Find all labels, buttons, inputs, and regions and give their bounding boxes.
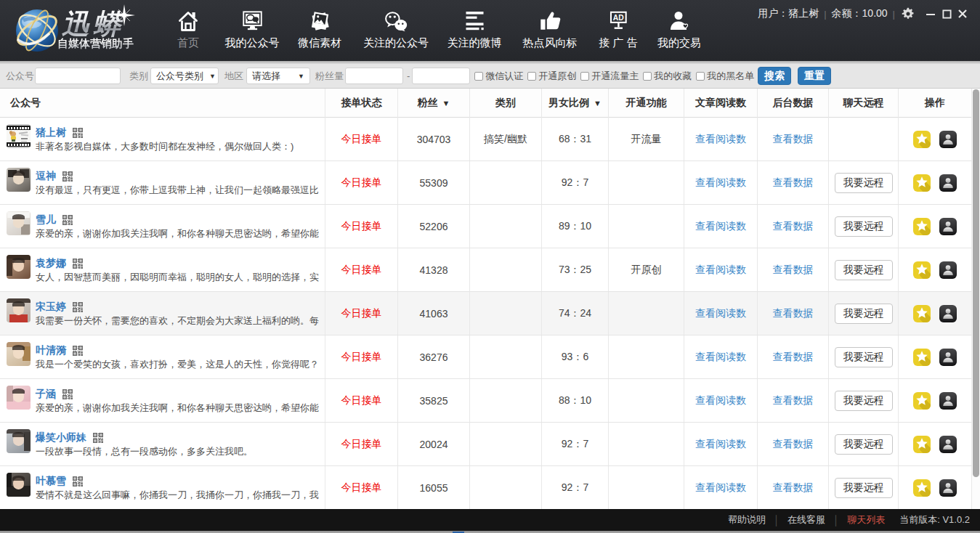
minimize-button[interactable] <box>923 7 939 21</box>
favorite-star-button[interactable] <box>913 479 931 497</box>
view-data-link[interactable]: 查看数据 <box>773 264 814 277</box>
account-name[interactable]: 雪儿 <box>36 213 56 227</box>
favorite-star-button[interactable] <box>913 218 931 235</box>
table-row[interactable]: 子涵 亲爱的亲，谢谢你加我关注我啊，和你各种聊天思密达哟，希望你能 今日接单 3… <box>0 379 972 423</box>
nav-item-home[interactable]: 首页 <box>177 0 200 50</box>
table-row[interactable]: 雪儿 亲爱的亲，谢谢你加我关注我啊，和你各种聊天思密达哟，希望你能 今日接单 5… <box>0 205 972 248</box>
account-name[interactable]: 叶清漪 <box>36 344 66 357</box>
checkbox-wechat-verified[interactable]: 微信认证 <box>474 70 523 83</box>
close-button[interactable] <box>955 7 971 21</box>
fans-min-input[interactable] <box>345 68 403 84</box>
checkbox-my-favorites[interactable]: 我的收藏 <box>643 70 692 83</box>
table-row[interactable]: 爆笑小师妹 一段故事一段情，总有一段感动你，多多关注我吧。 今日接单 20024… <box>0 423 972 466</box>
remote-chat-button[interactable]: 我要远程 <box>835 304 893 324</box>
settings-gear-icon[interactable] <box>900 7 916 21</box>
region-select[interactable]: 请选择▼ <box>246 68 310 84</box>
remote-chat-button[interactable]: 我要远程 <box>835 391 893 411</box>
maximize-button[interactable] <box>939 7 955 21</box>
nav-item-followed-weibo[interactable]: 关注的微博 <box>448 0 502 50</box>
contact-person-button[interactable] <box>939 392 957 410</box>
column-header-fans[interactable]: 粉丝▼ <box>397 89 469 118</box>
checkbox-original-enabled[interactable]: 开通原创 <box>527 70 576 83</box>
account-filter-input[interactable] <box>35 68 121 84</box>
nav-item-wechat-material[interactable]: 微信素材 <box>298 0 341 50</box>
contact-person-button[interactable] <box>939 479 957 497</box>
view-reads-link[interactable]: 查看阅读数 <box>695 481 746 495</box>
view-data-link[interactable]: 查看数据 <box>773 438 814 451</box>
checkbox-traffic-enabled[interactable]: 开通流量主 <box>580 70 639 83</box>
favorite-star-button[interactable] <box>913 349 931 366</box>
view-reads-link[interactable]: 查看阅读数 <box>695 351 746 364</box>
remote-cell: 我要远程 <box>828 423 898 465</box>
account-name[interactable]: 叶慕雪 <box>36 475 66 488</box>
account-name[interactable]: 袁梦娜 <box>36 257 66 270</box>
view-data-link[interactable]: 查看数据 <box>773 176 814 190</box>
view-reads-link[interactable]: 查看阅读数 <box>695 394 746 407</box>
account-name[interactable]: 子涵 <box>36 388 56 401</box>
view-reads-link[interactable]: 查看阅读数 <box>695 264 746 277</box>
contact-person-button[interactable] <box>939 349 957 366</box>
table-row[interactable]: 袁梦娜 女人，因智慧而美丽，因聪明而幸福，聪明的女人，聪明的选择，实 今日接单 … <box>0 248 972 292</box>
fans-filter-label: 粉丝量 <box>315 70 344 83</box>
nav-item-my-trades[interactable]: 我的交易 <box>657 0 701 50</box>
favorite-star-button[interactable] <box>913 131 931 148</box>
account-name[interactable]: 爆笑小师妹 <box>36 431 86 444</box>
view-data-link[interactable]: 查看数据 <box>773 220 814 233</box>
contact-person-button[interactable] <box>939 174 957 192</box>
contact-person-button[interactable] <box>939 131 957 148</box>
view-data-link[interactable]: 查看数据 <box>773 394 814 407</box>
remote-chat-button[interactable]: 我要远程 <box>835 347 893 367</box>
contact-person-button[interactable] <box>939 305 957 322</box>
chat-list-link[interactable]: 聊天列表 <box>847 513 885 526</box>
table-row[interactable]: 叶清漪 我是一个爱笑的女孩，喜欢打扮，爱美，这是人的天性，你觉得呢？ 今日接单 … <box>0 335 972 379</box>
favorite-star-button[interactable] <box>913 261 931 279</box>
table-row[interactable]: 猪上树 非著名影视自媒体，大多数时间都在发神经，偶尔做回人类：) 今日接单 30… <box>0 118 972 161</box>
favorite-star-button[interactable] <box>913 174 931 192</box>
category-select[interactable]: 公众号类别▼ <box>150 68 219 84</box>
account-name[interactable]: 猪上树 <box>36 126 66 139</box>
favorite-star-button[interactable] <box>913 305 931 322</box>
search-button[interactable]: 搜索 <box>758 67 791 85</box>
nav-item-hot-trends[interactable]: 热点风向标 <box>523 0 578 50</box>
remote-chat-button[interactable]: 我要远程 <box>835 478 893 498</box>
contact-person-button[interactable] <box>939 436 957 453</box>
checkbox-box[interactable] <box>643 72 652 81</box>
contact-person-button[interactable] <box>939 261 957 279</box>
account-name[interactable]: 宋玉婷 <box>36 301 66 314</box>
fans-max-input[interactable] <box>412 68 470 84</box>
favorite-star-button[interactable] <box>913 436 931 453</box>
view-data-link[interactable]: 查看数据 <box>773 307 814 320</box>
table-row[interactable]: 叶慕雪 爱情不就是这么回事嘛，你捅我一刀，我捅你一刀，你捅我一刀，我 今日接单 … <box>0 466 972 510</box>
column-header-ratio[interactable]: 男女比例▼ <box>541 89 608 118</box>
view-reads-link[interactable]: 查看阅读数 <box>695 220 746 233</box>
checkbox-my-blacklist[interactable]: 我的黑名单 <box>696 70 754 83</box>
favorite-star-button[interactable] <box>913 392 931 410</box>
view-reads-link[interactable]: 查看阅读数 <box>695 438 746 451</box>
remote-chat-button[interactable]: 我要远程 <box>835 216 893 237</box>
view-reads-link[interactable]: 查看阅读数 <box>695 307 746 320</box>
scrollbar-thumb[interactable] <box>973 89 979 477</box>
online-service-link[interactable]: 在线客服 <box>787 513 825 526</box>
help-link[interactable]: 帮助说明 <box>728 513 766 526</box>
table-row[interactable]: 逗神 没有最逗，只有更逗，你带上逗我带上神，让我们一起领略最强逗比 今日接单 5… <box>0 161 972 205</box>
remote-chat-button[interactable]: 我要远程 <box>835 260 893 280</box>
checkbox-box[interactable] <box>696 72 705 81</box>
nav-item-my-accounts[interactable]: 我的公众号 <box>225 0 280 50</box>
remote-chat-button[interactable]: 我要远程 <box>835 434 893 455</box>
nav-item-followed-accounts[interactable]: 关注的公众号 <box>363 0 429 50</box>
remote-chat-button[interactable]: 我要远程 <box>835 173 893 193</box>
view-data-link[interactable]: 查看数据 <box>773 481 814 495</box>
view-data-link[interactable]: 查看数据 <box>773 351 814 364</box>
reset-button[interactable]: 重置 <box>798 67 831 85</box>
vertical-scrollbar[interactable] <box>972 89 980 510</box>
nav-item-take-ads[interactable]: AD 接 广 告 <box>599 0 637 50</box>
checkbox-box[interactable] <box>474 72 483 81</box>
account-name[interactable]: 逗神 <box>36 170 56 183</box>
view-data-link[interactable]: 查看数据 <box>773 133 814 146</box>
checkbox-box[interactable] <box>527 72 536 81</box>
table-row[interactable]: 宋玉婷 我需要一份关怀，需要您的喜欢，不定期会为大家送上福利的哟。每 今日接单 … <box>0 292 972 335</box>
view-reads-link[interactable]: 查看阅读数 <box>695 133 746 146</box>
checkbox-box[interactable] <box>580 72 589 81</box>
contact-person-button[interactable] <box>939 218 957 235</box>
view-reads-link[interactable]: 查看阅读数 <box>695 176 746 190</box>
